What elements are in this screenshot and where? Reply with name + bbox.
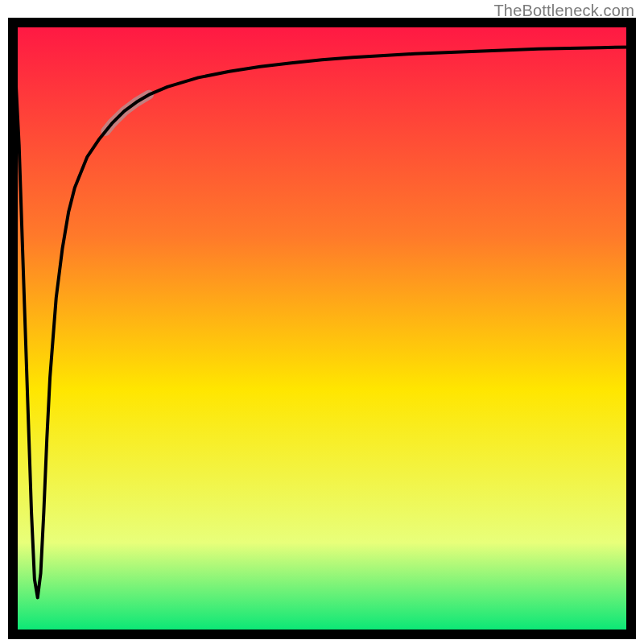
attribution-label: TheBottleneck.com [493,2,634,20]
bottleneck-chart [0,0,644,644]
plot-background [13,23,631,634]
chart-container: TheBottleneck.com [0,0,644,644]
